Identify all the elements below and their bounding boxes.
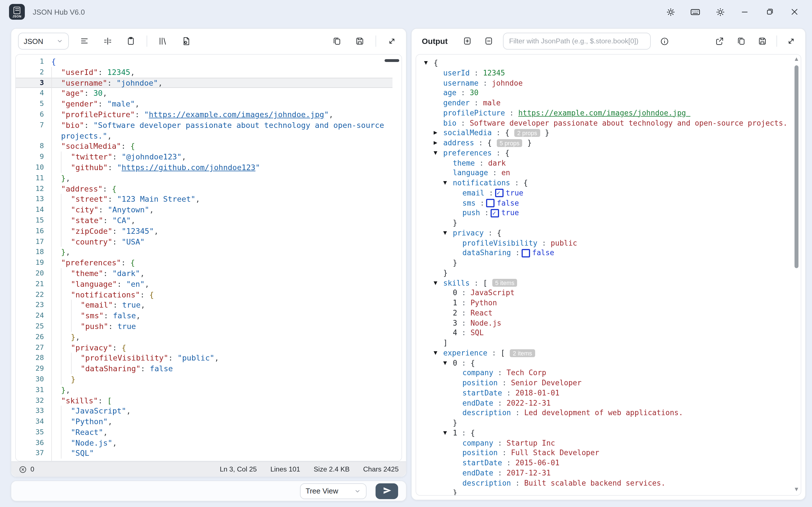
copy-icon bbox=[332, 36, 342, 46]
line-number: 24 bbox=[16, 311, 51, 321]
code-line: 5"gender": "male", bbox=[16, 99, 393, 109]
save-input-button[interactable] bbox=[352, 34, 367, 48]
code-line: 20"theme": "dark", bbox=[16, 268, 393, 279]
restore-icon bbox=[765, 7, 775, 17]
editor-panel: JSON bbox=[11, 28, 407, 477]
jsonpath-filter-input[interactable] bbox=[503, 33, 651, 50]
save-icon bbox=[757, 36, 767, 46]
tree-row: ▶socialMedia : { 2 props } bbox=[416, 128, 792, 138]
indent-guide bbox=[51, 194, 61, 205]
indent-guide bbox=[61, 353, 71, 363]
keyboard-shortcuts-button[interactable] bbox=[686, 3, 705, 20]
collapse-arrow-icon[interactable]: ▼ bbox=[434, 278, 443, 288]
indent-guide bbox=[71, 363, 81, 374]
expand-output-button[interactable] bbox=[784, 34, 799, 48]
line-number: 29 bbox=[16, 363, 51, 374]
indent-guide bbox=[51, 268, 61, 279]
format-select[interactable]: JSON bbox=[18, 33, 69, 50]
line-number: 36 bbox=[16, 438, 51, 448]
copy-input-button[interactable] bbox=[329, 34, 344, 48]
expand-all-button[interactable] bbox=[460, 34, 475, 48]
indent-guide bbox=[71, 300, 81, 311]
tree-scrollbar[interactable]: ▲ ▼ bbox=[793, 56, 800, 494]
code-line: 33"JavaScript", bbox=[16, 406, 393, 416]
expand-arrow-icon[interactable]: ▶ bbox=[434, 128, 443, 138]
chevron-down-icon bbox=[354, 488, 361, 494]
expand-icon bbox=[387, 36, 397, 46]
tree-row: sms :false bbox=[416, 198, 792, 208]
tree-row: push :true bbox=[416, 208, 792, 218]
line-number: 1 bbox=[16, 56, 51, 67]
paste-button[interactable] bbox=[123, 34, 138, 48]
load-file-button[interactable] bbox=[179, 34, 193, 48]
collapse-arrow-icon[interactable]: ▼ bbox=[434, 348, 443, 358]
format-document-button[interactable] bbox=[77, 34, 92, 48]
line-number: 13 bbox=[16, 194, 51, 205]
collapse-arrow-icon[interactable]: ▼ bbox=[424, 58, 434, 68]
tree-view: ▼{userId : 12345username : johndoeage : … bbox=[416, 54, 801, 496]
indent-guide bbox=[61, 236, 71, 247]
code-line: 17"country": "USA" bbox=[16, 236, 393, 247]
indent-guide bbox=[51, 130, 61, 141]
tree-row: 3 : Node.js bbox=[416, 318, 792, 328]
tree-row: ▼1 : { bbox=[416, 428, 792, 438]
collapse-arrow-icon[interactable]: ▼ bbox=[443, 178, 453, 188]
indent-guide bbox=[61, 289, 71, 300]
code-line: 9"twitter": "@johndoe123", bbox=[16, 152, 393, 162]
filter-info-button[interactable] bbox=[658, 34, 672, 48]
scroll-up-icon[interactable]: ▲ bbox=[795, 56, 798, 62]
tree-scrollbar-thumb[interactable] bbox=[795, 65, 799, 268]
line-number: 14 bbox=[16, 205, 51, 215]
code-editor[interactable]: 1{2"userId": 12345,3"username": "johndoe… bbox=[15, 54, 402, 461]
keyboard-icon bbox=[690, 6, 701, 17]
line-number: 15 bbox=[16, 215, 51, 226]
compress-icon bbox=[103, 36, 113, 46]
code-line: 1{ bbox=[16, 56, 393, 67]
minus-square-icon bbox=[484, 36, 494, 46]
run-button[interactable] bbox=[375, 483, 398, 499]
indent-guide bbox=[61, 363, 71, 374]
scroll-down-icon[interactable]: ▼ bbox=[795, 486, 798, 493]
send-icon bbox=[382, 486, 392, 496]
indent-guide bbox=[51, 416, 61, 427]
expand-arrow-icon[interactable]: ▶ bbox=[434, 138, 443, 148]
code-line: 24"sms": false, bbox=[16, 311, 393, 321]
collapse-arrow-icon[interactable]: ▼ bbox=[443, 428, 453, 438]
indent-guide bbox=[51, 332, 61, 342]
code-line: 29"dataSharing": false bbox=[16, 363, 393, 374]
status-bar: 0 Ln 3, Col 25 Lines 101 Size 2.4 KB Cha… bbox=[11, 461, 406, 476]
close-icon bbox=[790, 7, 800, 17]
line-number: 2 bbox=[16, 67, 51, 78]
copy-output-button[interactable] bbox=[733, 34, 748, 48]
collapse-all-button[interactable] bbox=[481, 34, 496, 48]
theme-toggle-button[interactable] bbox=[711, 3, 730, 20]
view-mode-select[interactable]: Tree View bbox=[300, 483, 366, 499]
line-number: 30 bbox=[16, 374, 51, 385]
tree-row: ▼notifications : { bbox=[416, 178, 792, 188]
toolbar-divider bbox=[375, 36, 376, 47]
tree-row: ▼skills : [ 5 items bbox=[416, 278, 792, 288]
editor-scrollbar-thumb[interactable] bbox=[385, 59, 399, 62]
collapse-arrow-icon[interactable]: ▼ bbox=[434, 148, 443, 158]
code-line: 11}, bbox=[16, 173, 393, 184]
tree-row: endDate : 2022-12-31 bbox=[416, 398, 792, 408]
tree-rows: ▼{userId : 12345username : johndoeage : … bbox=[416, 58, 792, 496]
collapse-arrow-icon[interactable]: ▼ bbox=[443, 228, 453, 238]
indent-guide bbox=[71, 311, 81, 321]
code-line: 6"profilePicture": "https://example.com/… bbox=[16, 109, 393, 120]
expand-icon bbox=[786, 36, 796, 46]
settings-button[interactable] bbox=[661, 3, 680, 20]
tree-row: startDate : 2015-06-01 bbox=[416, 458, 792, 468]
expand-editor-button[interactable] bbox=[385, 34, 399, 48]
compress-button[interactable] bbox=[100, 34, 115, 48]
maximize-button[interactable] bbox=[760, 3, 779, 20]
collapse-arrow-icon[interactable]: ▼ bbox=[443, 358, 453, 368]
library-button[interactable] bbox=[156, 34, 170, 48]
save-output-button[interactable] bbox=[755, 34, 770, 48]
line-number: 12 bbox=[16, 183, 51, 194]
close-button[interactable] bbox=[785, 3, 804, 20]
line-number: 6 bbox=[16, 109, 51, 120]
minimize-button[interactable] bbox=[735, 3, 755, 20]
share-output-button[interactable] bbox=[712, 34, 727, 48]
indent-guide bbox=[51, 99, 61, 109]
